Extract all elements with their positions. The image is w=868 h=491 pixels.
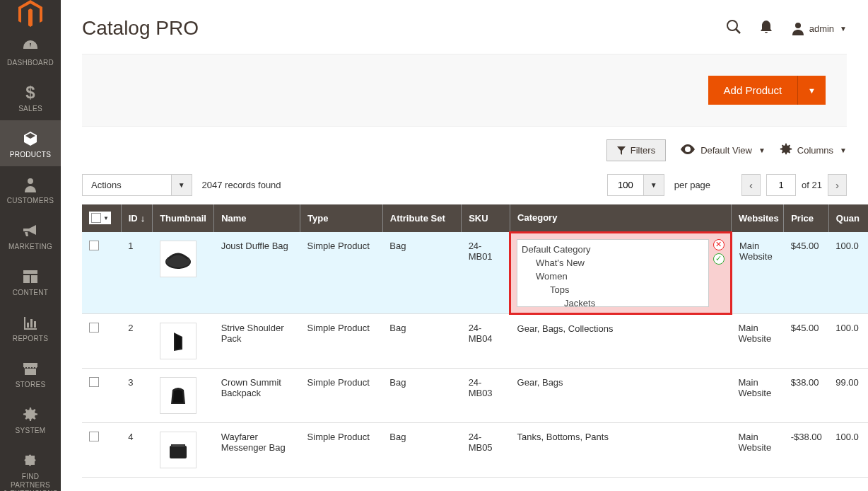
thumbnail	[160, 241, 197, 277]
col-header-id[interactable]: ID↓	[121, 204, 153, 232]
page-prev-button[interactable]: ‹	[741, 174, 761, 196]
col-header-type[interactable]: Type	[300, 204, 383, 232]
per-page-input[interactable]	[607, 174, 644, 196]
col-header-sku[interactable]: SKU	[462, 204, 510, 232]
funnel-icon	[617, 146, 626, 155]
cell-type: Simple Product	[300, 232, 383, 313]
person-icon	[23, 175, 37, 194]
nav-label: DASHBOARD	[7, 59, 54, 67]
category-confirm-button[interactable]: ✓	[713, 253, 725, 265]
default-view-button[interactable]: Default View ▼	[680, 144, 766, 156]
records-found: 2047 records found	[202, 180, 281, 190]
sort-down-icon: ↓	[141, 213, 146, 224]
controls-row: Actions ▼ 2047 records found ▼ per page …	[61, 174, 868, 204]
cell-name: Wayfarer Messenger Bag	[214, 422, 300, 477]
chevron-down-icon: ▼	[650, 181, 657, 189]
chevron-down-icon: ▼	[178, 181, 185, 189]
nav-label: STORES	[16, 381, 46, 389]
table-row[interactable]: 1 Joust Duffle Bag Simple Product Bag 24…	[82, 232, 868, 313]
cell-sku: 24-MB01	[462, 232, 510, 313]
row-checkbox[interactable]	[89, 377, 99, 387]
cell-id: 3	[121, 368, 153, 422]
cell-id: 4	[121, 422, 153, 477]
cell-sku: 24-MB05	[462, 422, 510, 477]
bell-icon[interactable]	[760, 20, 773, 37]
search-icon[interactable]	[726, 19, 741, 38]
table-row[interactable]: 2 Strive Shoulder Pack Simple Product Ba…	[82, 313, 868, 368]
admin-user-menu[interactable]: admin ▼	[791, 21, 847, 35]
add-product-button[interactable]: Add Product	[708, 76, 799, 105]
cell-category-editor: Default Category What's New Women Tops J…	[510, 232, 732, 313]
nav-products[interactable]: PRODUCTS	[0, 120, 61, 166]
filters-label: Filters	[631, 145, 655, 156]
actions-select-toggle[interactable]: ▼	[172, 174, 192, 196]
cell-type: Simple Product	[300, 422, 383, 477]
columns-button[interactable]: Columns ▼	[780, 143, 847, 158]
cell-attribute-set: Bag	[382, 422, 461, 477]
col-header-attribute-set[interactable]: Attribute Set	[382, 204, 461, 232]
cell-quantity: 100.0	[828, 313, 868, 368]
action-bar: Add Product ▼	[82, 54, 847, 127]
cell-name: Joust Duffle Bag	[214, 232, 300, 313]
actions-select[interactable]: Actions ▼	[82, 174, 192, 196]
col-header-quantity[interactable]: Quan	[828, 204, 868, 232]
cell-websites: Main Website	[731, 368, 783, 422]
cell-attribute-set: Bag	[382, 232, 461, 313]
col-header-category[interactable]: Category	[510, 204, 732, 232]
nav-marketing[interactable]: MARKETING	[0, 212, 61, 258]
row-checkbox[interactable]	[89, 323, 99, 333]
nav-content[interactable]: CONTENT	[0, 258, 61, 304]
cell-name: Strive Shoulder Pack	[214, 313, 300, 368]
table-row[interactable]: 3 Crown Summit Backpack Simple Product B…	[82, 368, 868, 422]
category-option[interactable]: Women	[522, 270, 704, 283]
cell-category: Gear, Bags, Collections	[510, 313, 732, 368]
page-next-button[interactable]: ›	[828, 174, 847, 196]
col-header-name[interactable]: Name	[214, 204, 300, 232]
nav-customers[interactable]: CUSTOMERS	[0, 166, 61, 212]
nav-system[interactable]: SYSTEM	[0, 396, 61, 442]
store-icon	[22, 359, 39, 378]
col-header-websites[interactable]: Websites	[731, 204, 783, 232]
row-checkbox[interactable]	[89, 241, 99, 250]
chart-icon	[23, 313, 38, 332]
category-option[interactable]: Default Category	[522, 243, 704, 256]
nav-sales[interactable]: $ SALES	[0, 74, 61, 120]
cell-price: $45.00	[784, 313, 829, 368]
category-multiselect[interactable]: Default Category What's New Women Tops J…	[517, 239, 709, 307]
category-option[interactable]: Tops	[522, 283, 704, 296]
dollar-icon: $	[25, 83, 35, 102]
add-product-dropdown[interactable]: ▼	[798, 76, 826, 105]
category-option[interactable]: What's New	[522, 256, 704, 270]
row-checkbox[interactable]	[89, 432, 99, 441]
col-header-checkbox[interactable]: ▼	[82, 204, 121, 232]
filters-button[interactable]: Filters	[606, 139, 666, 161]
logo[interactable]	[0, 0, 61, 28]
nav-label: FIND PARTNERS & EXTENSIONS	[3, 473, 58, 491]
page-header: Catalog PRO admin ▼	[61, 0, 868, 54]
page-number-input[interactable]	[766, 174, 796, 196]
admin-username: admin	[809, 23, 834, 34]
per-page-toggle[interactable]: ▼	[644, 174, 664, 196]
user-icon	[791, 21, 805, 35]
col-header-price[interactable]: Price	[784, 204, 829, 232]
cell-attribute-set: Bag	[382, 368, 461, 422]
chevron-down-icon: ▼	[103, 215, 109, 221]
nav-partners[interactable]: FIND PARTNERS & EXTENSIONS	[0, 442, 61, 491]
category-option[interactable]: Jackets	[522, 296, 704, 307]
actions-select-label: Actions	[82, 174, 172, 196]
table-row[interactable]: 4 Wayfarer Messenger Bag Simple Product …	[82, 422, 868, 477]
nav-stores[interactable]: STORES	[0, 350, 61, 396]
nav-label: CUSTOMERS	[7, 197, 54, 205]
col-header-thumbnail[interactable]: Thumbnail	[153, 204, 214, 232]
toolbar-row: Filters Default View ▼ Columns ▼	[61, 139, 868, 174]
eye-icon	[680, 144, 696, 156]
nav-dashboard[interactable]: DASHBOARD	[0, 28, 61, 74]
nav-reports[interactable]: REPORTS	[0, 304, 61, 350]
add-product-label: Add Product	[724, 84, 782, 96]
cell-category: Gear, Bags	[510, 368, 732, 422]
cell-quantity: 100.0	[828, 422, 868, 477]
cell-websites: Main Website	[731, 232, 783, 313]
cell-type: Simple Product	[300, 313, 383, 368]
category-cancel-button[interactable]: ✕	[713, 239, 725, 250]
columns-label: Columns	[797, 145, 833, 156]
